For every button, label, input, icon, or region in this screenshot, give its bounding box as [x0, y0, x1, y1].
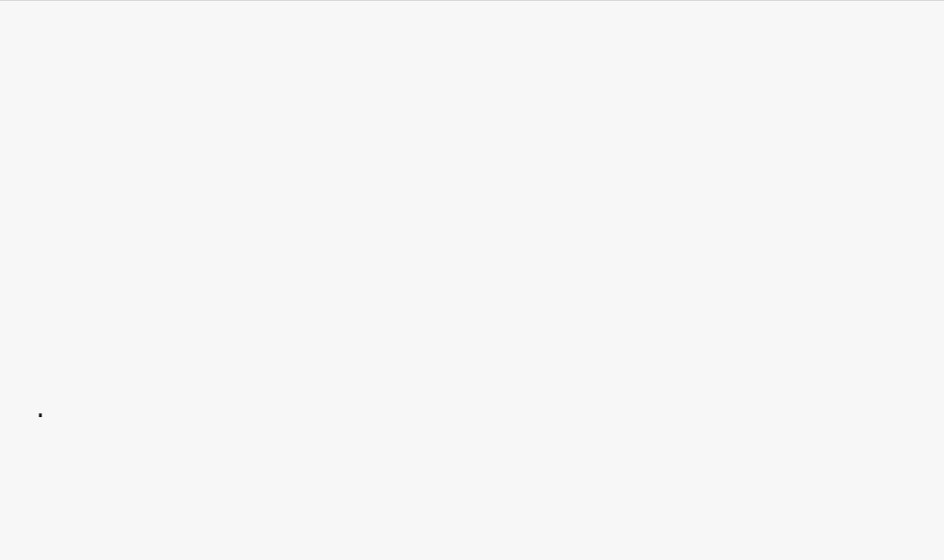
tree-line: ├── content/	[33, 555, 911, 560]
tree-line: .	[33, 382, 911, 440]
directory-tree: . ├── content/ │ └── images/ │ └── wordp…	[33, 266, 911, 560]
